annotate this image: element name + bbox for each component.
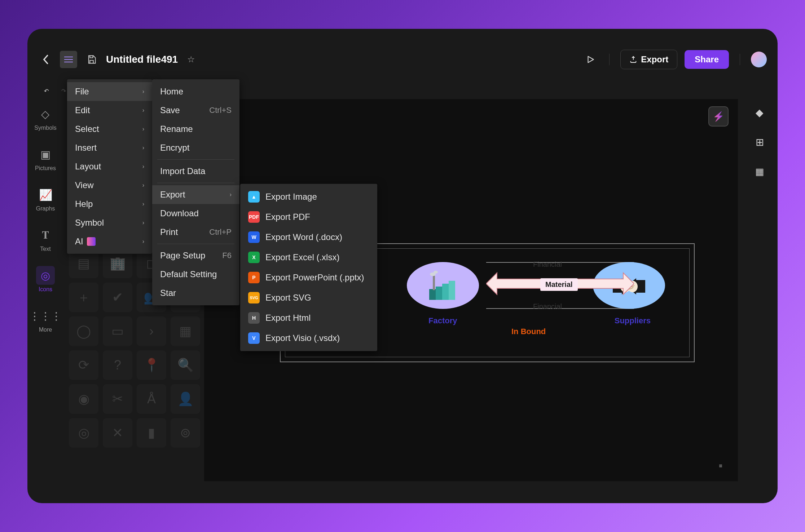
play-button[interactable] <box>582 52 598 67</box>
menu-symbol[interactable]: Symbol› <box>67 213 152 232</box>
financial-label[interactable]: Financial <box>533 302 562 311</box>
menu-import-data[interactable]: Import Data <box>152 162 239 181</box>
rail-graphs[interactable]: 📈Graphs <box>36 185 55 212</box>
icon-cell[interactable]: ▮ <box>137 418 166 448</box>
financial-label[interactable]: Financial <box>533 260 562 269</box>
menu-page-setup[interactable]: Page SetupF6 <box>152 246 239 265</box>
icon-cell[interactable]: ✔ <box>103 283 132 312</box>
export-svg[interactable]: SVGExport SVG <box>240 288 377 308</box>
menu-separator <box>157 183 234 183</box>
menu-print[interactable]: PrintCtrl+P <box>152 223 239 241</box>
rail-text[interactable]: 𝐓Text <box>36 226 55 252</box>
menu-help[interactable]: Help› <box>67 195 152 213</box>
menu-star[interactable]: Star <box>152 284 239 302</box>
menu-home[interactable]: Home <box>152 82 239 101</box>
icon-cell[interactable]: ▦ <box>171 316 200 346</box>
icon-cell[interactable]: ＋ <box>69 283 98 312</box>
app-logo-badge[interactable] <box>708 106 729 127</box>
export-excel[interactable]: XExport Excel (.xlsx) <box>240 247 377 267</box>
factory-label[interactable]: Factory <box>428 316 457 325</box>
rail-label: Text <box>40 246 50 252</box>
icon-cell[interactable]: ✕ <box>103 418 132 448</box>
icon-cell[interactable]: › <box>137 316 166 346</box>
rail-pictures[interactable]: ▣Pictures <box>35 145 56 172</box>
title-bar: Untitled file491 ☆ Export Share <box>27 43 778 76</box>
floppy-save-icon[interactable] <box>84 52 99 67</box>
icon-cell[interactable]: Å <box>137 384 166 414</box>
icon-cell[interactable]: ◯ <box>69 316 98 346</box>
menu-label: Symbol <box>75 218 104 228</box>
back-button[interactable] <box>38 52 53 67</box>
hamburger-menu-icon[interactable] <box>60 51 77 68</box>
star-icon[interactable]: ☆ <box>187 54 195 65</box>
export-powerpoint[interactable]: PExport PowerPoint (.pptx) <box>240 267 377 288</box>
chevron-right-icon: › <box>142 182 144 189</box>
menu-label: Export SVG <box>265 293 311 303</box>
export-visio[interactable]: VExport Visio (.vsdx) <box>240 328 377 348</box>
export-submenu: ▲Export Image PDFExport PDF WExport Word… <box>240 184 377 351</box>
icon-cell[interactable]: ◉ <box>69 384 98 414</box>
menu-label: Insert <box>75 143 97 153</box>
menu-download[interactable]: Download <box>152 204 239 223</box>
menu-ai[interactable]: AI› <box>67 232 152 251</box>
material-label[interactable]: Material <box>540 278 578 291</box>
image-file-icon: ▲ <box>248 191 260 203</box>
undo-button[interactable]: ↶ <box>38 83 54 99</box>
menu-rename[interactable]: Rename <box>152 120 239 138</box>
icon-cell[interactable]: ✂ <box>103 384 132 414</box>
menu-insert[interactable]: Insert› <box>67 138 152 157</box>
share-button[interactable]: Share <box>685 50 729 69</box>
menu-edit[interactable]: Edit› <box>67 101 152 120</box>
menu-label: Export Visio (.vsdx) <box>265 333 340 343</box>
icon-cell[interactable]: 📍 <box>137 350 166 380</box>
menu-encrypt[interactable]: Encrypt <box>152 138 239 157</box>
inbound-label[interactable]: In Bound <box>511 327 546 336</box>
add-panel-icon[interactable]: ⊞ <box>752 134 767 150</box>
menu-file[interactable]: File› <box>67 82 152 101</box>
export-word[interactable]: WExport Word (.docx) <box>240 227 377 247</box>
icon-cell[interactable]: ◎ <box>69 418 98 448</box>
menu-select[interactable]: Select› <box>67 120 152 138</box>
suppliers-label[interactable]: Suppliers <box>615 316 651 325</box>
export-image[interactable]: ▲Export Image <box>240 187 377 207</box>
svg-rect-4 <box>433 276 435 290</box>
factory-node[interactable] <box>407 262 479 309</box>
menu-view[interactable]: View› <box>67 176 152 195</box>
menu-label: AI <box>75 236 83 247</box>
rail-icons[interactable]: ◎Icons <box>36 266 55 293</box>
right-rail: ◆ ⊞ ▦ <box>742 105 778 179</box>
export-pdf[interactable]: PDFExport PDF <box>240 207 377 227</box>
grid-view-icon[interactable]: ▦ <box>752 164 767 179</box>
visio-file-icon: V <box>248 332 260 344</box>
fill-icon[interactable]: ◆ <box>752 105 767 120</box>
icon-cell[interactable]: ⟳ <box>69 350 98 380</box>
chevron-right-icon: › <box>142 107 144 114</box>
picture-icon: ▣ <box>36 145 55 164</box>
menu-label: Layout <box>75 161 101 172</box>
icon-cell[interactable]: 🔍 <box>171 350 200 380</box>
menu-label: Export Excel (.xlsx) <box>265 252 339 262</box>
pages-button[interactable]: ≡ <box>713 458 729 474</box>
svg-rect-0 <box>429 289 436 300</box>
menu-save[interactable]: SaveCtrl+S <box>152 101 239 120</box>
export-button[interactable]: Export <box>620 50 677 69</box>
icon-cell[interactable]: ? <box>103 350 132 380</box>
rail-more[interactable]: ⋮⋮⋮More <box>36 306 55 333</box>
icon-cell[interactable]: ⊚ <box>171 418 200 448</box>
export-html[interactable]: HExport Html <box>240 308 377 328</box>
menu-label: Star <box>160 288 176 298</box>
menu-export[interactable]: Export› <box>152 185 239 204</box>
icon-cell[interactable]: 👤 <box>171 384 200 414</box>
menu-label: Help <box>75 199 93 209</box>
rail-label: Graphs <box>36 205 55 212</box>
rail-symbols[interactable]: ◇Symbols <box>34 105 56 131</box>
pdf-file-icon: PDF <box>248 211 260 223</box>
chevron-right-icon: › <box>142 220 144 226</box>
avatar[interactable] <box>751 52 767 67</box>
menu-layout[interactable]: Layout› <box>67 157 152 176</box>
icon-cell[interactable]: ▭ <box>103 316 132 346</box>
menu-default-setting[interactable]: Default Setting <box>152 265 239 284</box>
chevron-right-icon: › <box>142 163 144 170</box>
shortcut-label: Ctrl+S <box>209 106 232 115</box>
document-title[interactable]: Untitled file491 <box>106 54 178 65</box>
